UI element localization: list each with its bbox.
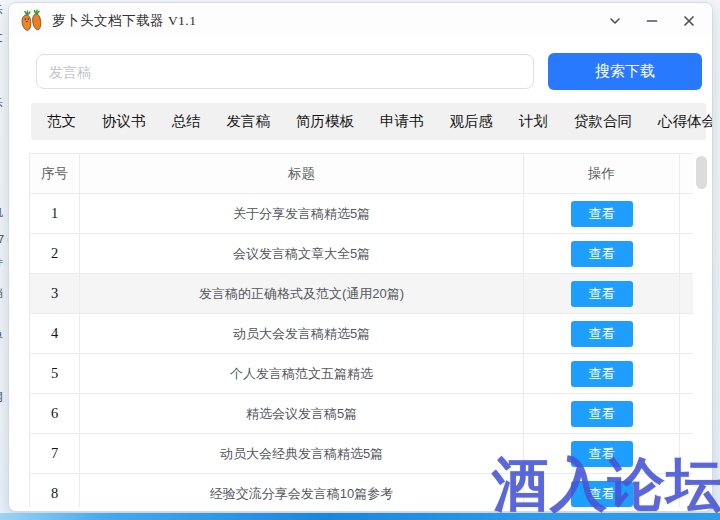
row-index: 3: [30, 274, 80, 314]
table-row: 4 动员大会发言稿精选5篇 查看: [30, 314, 693, 354]
row-index: 4: [30, 314, 80, 354]
close-button[interactable]: [676, 8, 702, 34]
minimize-icon: [645, 14, 659, 28]
desktop-label-fragment: 机: [0, 205, 3, 220]
row-title: 经验交流分享会发言稿10篇参考: [80, 474, 524, 507]
row-filler: [680, 474, 693, 507]
view-button[interactable]: 查看: [571, 401, 633, 427]
app-logo-carrots-icon: [19, 9, 45, 33]
header-filler: [680, 154, 693, 194]
table-row: 3 发言稿的正确格式及范文(通用20篇) 查看: [30, 274, 693, 314]
view-button[interactable]: 查看: [571, 281, 633, 307]
row-index: 1: [30, 194, 80, 234]
table-row: 6 精选会议发言稿5篇 查看: [30, 394, 693, 434]
row-index: 5: [30, 354, 80, 394]
view-button[interactable]: 查看: [571, 321, 633, 347]
search-input[interactable]: [36, 54, 534, 89]
view-button[interactable]: 查看: [571, 201, 633, 227]
row-index: 2: [30, 234, 80, 274]
tab-fayangao[interactable]: 发言稿: [214, 112, 284, 131]
table-row: 8 经验交流分享会发言稿10篇参考 查看: [30, 474, 693, 507]
desktop-label-fragment: 乐: [0, 96, 3, 111]
taskbar-edge: [0, 513, 720, 520]
table-row: 2 会议发言稿文章大全5篇 查看: [30, 234, 693, 274]
view-button[interactable]: 查看: [571, 361, 633, 387]
row-title: 精选会议发言稿5篇: [80, 394, 524, 434]
tab-shenqingshu[interactable]: 申请书: [367, 112, 437, 131]
search-download-button[interactable]: 搜索下载: [548, 53, 702, 90]
row-index: 6: [30, 394, 80, 434]
header-action: 操作: [524, 154, 680, 194]
table-header-row: 序号 标题 操作: [30, 154, 693, 194]
row-title: 会议发言稿文章大全5篇: [80, 234, 524, 274]
row-filler: [680, 194, 693, 234]
tab-jihua[interactable]: 计划: [506, 112, 561, 131]
collapse-chevron-button[interactable]: [602, 8, 628, 34]
search-section: 搜索下载: [9, 38, 713, 92]
table-row: 5 个人发言稿范文五篇精选 查看: [30, 354, 693, 394]
close-icon: [682, 14, 696, 28]
view-button[interactable]: 查看: [571, 241, 633, 267]
desktop-label-fragment: 文: [0, 30, 3, 45]
row-title: 发言稿的正确格式及范文(通用20篇): [80, 274, 524, 314]
chevron-down-icon: [608, 14, 622, 28]
desktop-label-fragment: 单: [0, 328, 3, 343]
row-index: 8: [30, 474, 80, 507]
app-window: 萝卜头文档下载器 V1.1 搜索下载 范文 协议书 总结 发言稿 简历模板 申请…: [8, 2, 713, 512]
tab-jianlimoban[interactable]: 简历模板: [283, 112, 367, 131]
desktop-label-fragment: 档: [0, 286, 3, 301]
row-title: 动员大会经典发言稿精选5篇: [80, 434, 524, 474]
tab-guanhougan[interactable]: 观后感: [437, 112, 507, 131]
header-index: 序号: [30, 154, 80, 194]
row-filler: [680, 234, 693, 274]
row-index: 7: [30, 434, 80, 474]
category-tabbar: 范文 协议书 总结 发言稿 简历模板 申请书 观后感 计划 贷款合同 心得体会 …: [31, 103, 706, 140]
tab-zongjie[interactable]: 总结: [159, 112, 214, 131]
results-table: 序号 标题 操作 1 关于分享发言稿精选5篇 查看 2 会议发言稿文章大全5篇 …: [29, 153, 693, 507]
row-filler: [680, 274, 693, 314]
row-filler: [680, 394, 693, 434]
row-title: 关于分享发言稿精选5篇: [80, 194, 524, 234]
view-button[interactable]: 查看: [571, 441, 633, 467]
window-title: 萝卜头文档下载器 V1.1: [52, 12, 197, 30]
view-button[interactable]: 查看: [571, 481, 633, 507]
tab-xieyishu[interactable]: 协议书: [89, 112, 159, 131]
titlebar: 萝卜头文档下载器 V1.1: [9, 3, 712, 38]
row-filler: [680, 434, 693, 474]
tab-daikuanhetong[interactable]: 贷款合同: [561, 112, 645, 131]
table-row: 7 动员大会经典发言稿精选5篇 查看: [30, 434, 693, 474]
desktop-label-fragment: 网: [0, 390, 3, 405]
row-title: 动员大会发言稿精选5篇: [80, 314, 524, 354]
vertical-scrollbar-thumb[interactable]: [696, 156, 707, 189]
desktop-label-fragment: 件: [0, 255, 3, 270]
minimize-button[interactable]: [639, 8, 665, 34]
tab-xindetihui[interactable]: 心得体会: [645, 112, 713, 131]
header-title: 标题: [80, 154, 524, 194]
row-title: 个人发言稿范文五篇精选: [80, 354, 524, 394]
row-filler: [680, 354, 693, 394]
row-filler: [680, 314, 693, 354]
desktop-label-fragment: 乐: [0, 3, 3, 18]
table-row: 1 关于分享发言稿精选5篇 查看: [30, 194, 693, 234]
tab-fanwen[interactable]: 范文: [34, 112, 89, 131]
